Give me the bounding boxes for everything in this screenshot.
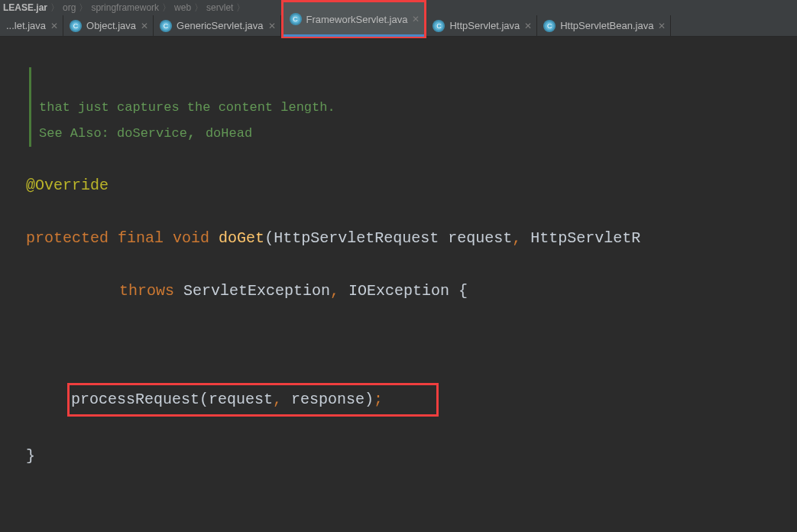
tab-file[interactable]: C HttpServlet.java ✕	[426, 15, 537, 36]
breadcrumb-item[interactable]: org	[63, 2, 76, 13]
tab-file[interactable]: ...let.java ✕	[0, 15, 63, 36]
tab-label: ...let.java	[6, 20, 46, 31]
chevron-right-icon: 〉	[79, 2, 88, 15]
keyword: void	[173, 229, 209, 247]
java-class-icon: C	[433, 20, 445, 32]
tab-file[interactable]: C GenericServlet.java ✕	[154, 15, 280, 36]
param: request	[439, 229, 512, 247]
tab-label: FrameworkServlet.java	[306, 14, 408, 25]
tab-label: GenericServlet.java	[177, 20, 263, 31]
java-class-icon: C	[70, 20, 82, 32]
tab-label: HttpServletBean.java	[560, 20, 653, 31]
java-class-icon: C	[290, 13, 302, 25]
tab-label: HttpServlet.java	[449, 20, 520, 31]
keyword: throws	[119, 282, 174, 300]
java-class-icon: C	[160, 20, 172, 32]
keyword: final	[118, 229, 164, 247]
tab-bar: ...let.java ✕ C Object.java ✕ C GenericS…	[0, 15, 797, 37]
javadoc-sep: ,	[187, 124, 206, 141]
highlighted-tab-box: C FrameworkServlet.java ✕	[281, 0, 427, 38]
tab-file[interactable]: C Object.java ✕	[63, 15, 154, 36]
breadcrumb-item[interactable]: LEASE.jar	[3, 2, 47, 13]
method-call: response)	[282, 391, 374, 408]
breadcrumb-item[interactable]: servlet	[206, 2, 233, 13]
close-icon[interactable]: ✕	[658, 21, 666, 31]
javadoc-tag: See Also:	[39, 126, 117, 141]
type: ServletException	[174, 282, 330, 300]
method-call: processRequest(request	[71, 391, 273, 408]
type: IOException	[339, 282, 458, 300]
paren: (	[264, 229, 274, 247]
close-icon[interactable]: ✕	[141, 21, 148, 31]
brace: {	[458, 282, 468, 300]
close-icon[interactable]: ✕	[50, 21, 58, 31]
javadoc-text: that just captures the content length.	[39, 100, 335, 115]
tab-label: Object.java	[86, 20, 136, 31]
comma: ,	[512, 229, 521, 247]
method-name: doGet	[219, 229, 264, 247]
tab-file[interactable]: C HttpServletBean.java ✕	[537, 15, 671, 36]
breadcrumb-item[interactable]: web	[174, 2, 191, 13]
type: HttpServletRequest	[274, 229, 439, 247]
highlight-box: processRequest(request, response);	[67, 383, 439, 417]
annotation: @Override	[26, 177, 109, 194]
chevron-right-icon: 〉	[162, 2, 171, 15]
close-icon[interactable]: ✕	[524, 21, 532, 31]
java-class-icon: C	[543, 20, 556, 32]
type: HttpServletR	[530, 229, 640, 247]
chevron-right-icon: 〉	[236, 2, 245, 15]
comma: ,	[330, 282, 339, 300]
chevron-right-icon: 〉	[50, 2, 60, 15]
close-icon[interactable]: ✕	[412, 14, 420, 24]
comma: ,	[273, 391, 282, 408]
breadcrumb-item[interactable]: springframework	[91, 2, 159, 13]
javadoc-link[interactable]: doService	[117, 126, 187, 141]
chevron-right-icon: 〉	[194, 2, 203, 15]
brace: }	[26, 447, 35, 465]
close-icon[interactable]: ✕	[268, 21, 276, 31]
code-editor[interactable]: that just captures the content length. S…	[0, 37, 797, 532]
semicolon: ;	[374, 391, 383, 408]
javadoc-link[interactable]: doHead	[206, 126, 252, 141]
keyword: protected	[26, 229, 109, 247]
javadoc-block: that just captures the content length. S…	[29, 67, 797, 146]
tab-file-active[interactable]: C FrameworkServlet.java ✕	[283, 2, 425, 36]
